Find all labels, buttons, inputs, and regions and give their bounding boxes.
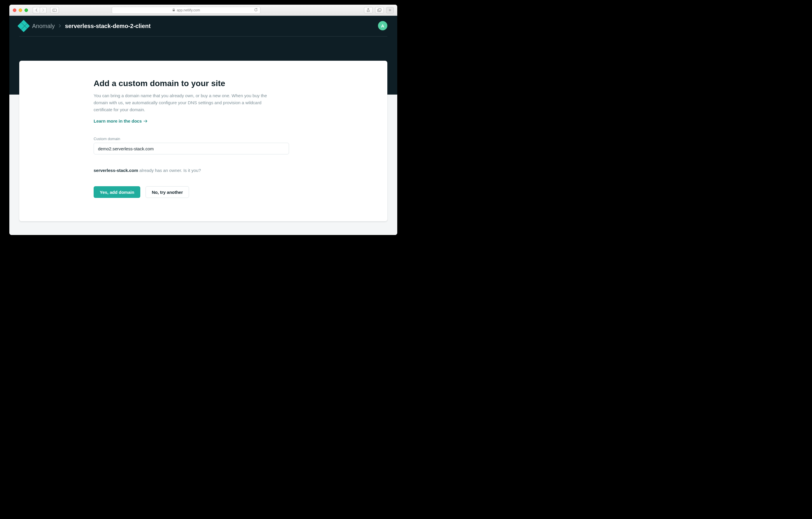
arrow-right-icon [144,120,148,122]
button-row: Yes, add domain No, try another [94,186,289,198]
custom-domain-input[interactable] [94,143,289,155]
chevron-left-icon [35,8,38,12]
page-title: Add a custom domain to your site [94,79,289,88]
share-button[interactable] [364,7,373,13]
share-icon [367,8,370,12]
window-controls [13,8,28,12]
breadcrumb: Anomaly serverless-stack-demo-2-client [9,16,397,30]
app-header: Anomaly serverless-stack-demo-2-client A [9,16,397,43]
back-button[interactable] [33,7,40,13]
lock-icon [172,8,175,12]
fullscreen-window-button[interactable] [25,8,28,12]
breadcrumb-team[interactable]: Anomaly [32,23,55,29]
url-host: app.netlify.com [177,8,200,12]
page-description: You can bring a domain name that you alr… [94,92,280,113]
sidebar-toggle-button[interactable] [50,7,59,13]
yes-add-domain-button[interactable]: Yes, add domain [94,186,140,198]
netlify-logo-icon[interactable] [18,20,30,32]
minimize-window-button[interactable] [19,8,22,12]
svg-rect-2 [173,10,175,11]
tabs-button[interactable] [375,7,384,13]
sidebar-icon [53,9,57,12]
docs-link[interactable]: Learn more in the docs [94,118,148,124]
avatar-initial: A [381,23,384,28]
forward-button[interactable] [40,7,47,13]
tabs-icon [377,8,381,12]
header-divider [19,36,387,36]
domain-card: Add a custom domain to your site You can… [19,61,387,221]
close-window-button[interactable] [13,8,16,12]
titlebar: app.netlify.com + [9,5,397,16]
chevron-right-icon [59,24,61,28]
owner-message: serverless-stack.com already has an owne… [94,168,289,173]
field-label-domain: Custom domain [94,137,289,141]
nav-back-forward [33,7,47,13]
reload-icon [254,8,258,12]
reload-button[interactable] [254,8,258,12]
address-bar[interactable]: app.netlify.com [112,7,260,14]
chevron-right-icon [42,8,44,12]
no-try-another-button[interactable]: No, try another [146,186,189,198]
owner-domain: serverless-stack.com [94,168,138,173]
plus-icon: + [388,8,391,12]
avatar[interactable]: A [378,21,387,30]
owner-suffix: already has an owner. Is it you? [138,168,201,173]
browser-window: app.netlify.com + Anomaly ser [9,5,397,235]
docs-link-label: Learn more in the docs [94,118,142,124]
titlebar-right: + [364,7,394,13]
svg-rect-0 [53,9,57,11]
breadcrumb-site[interactable]: serverless-stack-demo-2-client [65,23,150,29]
new-tab-button[interactable]: + [386,7,394,13]
svg-rect-4 [378,8,381,11]
